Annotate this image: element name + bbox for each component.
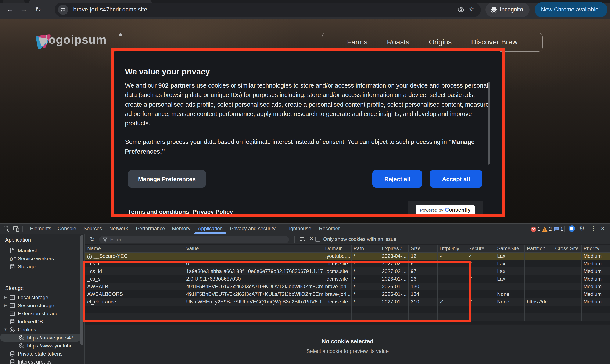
table-cell [495, 313, 524, 321]
devtools-close-icon[interactable]: ✕ [599, 225, 606, 232]
device-toolbar-icon[interactable] [13, 226, 19, 232]
table-cell: Medium [581, 283, 610, 290]
settings-gear-icon[interactable]: ⚙ [579, 225, 586, 232]
sidebar-item-cookie-origin-youtube[interactable]: https://www.youtube.... [0, 342, 85, 350]
cookie-preview-pane: No cookie selected Select a cookie to pr… [85, 325, 610, 364]
cookie-icon [9, 326, 15, 332]
back-button[interactable]: ← [5, 5, 15, 15]
table-cell [553, 306, 581, 313]
sidebar-item-manifest[interactable]: Manifest [0, 246, 85, 254]
table-cell [524, 306, 553, 313]
sidebar-item-service-workers[interactable]: ⚙⚙ Service workers [0, 254, 85, 262]
ai-assistant-icon[interactable] [569, 225, 575, 232]
col-name[interactable]: Name [85, 245, 184, 252]
sidebar-item-cookie-origin-brave-jori[interactable]: https://brave-jori-s47... [0, 334, 81, 342]
col-path[interactable]: Path [351, 245, 380, 252]
nav-item-origins[interactable]: Origins [429, 38, 452, 46]
screen: ← → ↻ brave-jori-s47hcrlt.dcms.site ☆ [0, 0, 610, 364]
sidebar-item-indexeddb[interactable]: IndexedDB [0, 317, 85, 325]
eye-off-icon[interactable] [457, 6, 465, 13]
table-cell: Lax [495, 268, 524, 275]
tab-application[interactable]: Application [197, 224, 223, 234]
database-icon [9, 359, 15, 364]
site-settings-icon[interactable] [58, 5, 68, 15]
col-size[interactable]: Size [408, 245, 437, 252]
filter-field[interactable] [99, 235, 289, 243]
table-cell: Medium [581, 268, 610, 275]
sidebar-item-interest-groups[interactable]: Interest groups [0, 358, 85, 364]
warning-badge[interactable]: 2 [542, 226, 552, 232]
tab-recorder[interactable]: Recorder [318, 224, 341, 234]
inspect-element-icon[interactable] [3, 226, 10, 232]
application-sidebar: Application Manifest ⚙⚙ Service workers … [0, 234, 85, 364]
forward-button[interactable]: → [19, 5, 29, 15]
sidebar-item-local-storage[interactable]: ▶ Local storage [0, 293, 85, 301]
table-header-row: Name Value Domain Path Expires / ... Siz… [85, 245, 610, 252]
sidebar-item-storage[interactable]: Storage [0, 262, 85, 271]
cookie-icon [19, 343, 25, 349]
table-cell [524, 252, 553, 260]
tab-privacy-security[interactable]: Privacy and security [229, 224, 276, 234]
filter-input[interactable] [110, 236, 280, 243]
col-value[interactable]: Value [184, 245, 323, 252]
col-httponly[interactable]: HttpOnly [437, 245, 466, 252]
nav-item-roasts[interactable]: Roasts [387, 38, 409, 46]
warning-icon [542, 226, 548, 232]
table-cell [553, 275, 581, 283]
active-tab[interactable] [29, 0, 152, 2]
sidebar-item-private-state-tokens[interactable]: Private state tokens [0, 350, 85, 358]
info-icon: i [87, 255, 92, 259]
col-partition[interactable]: Partition ... [524, 245, 553, 252]
table-cell: Lax [495, 275, 524, 283]
table-cell [553, 283, 581, 290]
error-badge[interactable]: 1 [531, 226, 540, 232]
tab-elements[interactable]: Elements [29, 224, 52, 234]
col-samesite[interactable]: SameSite [495, 245, 524, 252]
cookies-toolbar: ↻ ✕ Only show cookies with an issue [85, 234, 610, 244]
browser-toolbar: ← → ↻ brave-jori-s47hcrlt.dcms.site ☆ [0, 0, 610, 19]
database-icon [9, 263, 15, 269]
logoipsum-wordmark[interactable]: logoipsum [45, 33, 107, 47]
sidebar-item-extension-storage[interactable]: Extension storage [0, 309, 85, 317]
nav-item-farms[interactable]: Farms [347, 38, 367, 46]
table-cell: i__Secure-YEC [85, 252, 184, 260]
devtools-menu-icon[interactable]: ⋮ [590, 225, 597, 232]
table-cell: ✓ [437, 252, 466, 260]
chrome-menu-icon[interactable]: ⋮ [597, 6, 603, 13]
col-secure[interactable]: Secure [466, 245, 495, 252]
refresh-icon[interactable]: ↻ [89, 236, 96, 243]
sidebar-item-session-storage[interactable]: ▶ Session storage [0, 301, 85, 309]
tab-console[interactable]: Console [57, 224, 77, 234]
tab-memory[interactable]: Memory [171, 224, 191, 234]
col-priority[interactable]: Priority [581, 245, 610, 252]
address-bar[interactable]: brave-jori-s47hcrlt.dcms.site ☆ [55, 2, 481, 17]
col-domain[interactable]: Domain [323, 245, 351, 252]
col-cross-site[interactable]: Cross Site [553, 245, 581, 252]
table-cell: https://dc... [524, 298, 553, 306]
error-icon [531, 226, 536, 232]
nav-item-discover-brew[interactable]: Discover Brew [471, 38, 517, 46]
tab-nub [2, 0, 25, 2]
annotation-rectangle-dialog [110, 48, 505, 217]
tab-performance[interactable]: Performance [135, 224, 166, 234]
new-chrome-button[interactable]: New Chrome available ⋮ [535, 2, 608, 17]
col-expires[interactable]: Expires / ... [380, 245, 408, 252]
table-cell [524, 268, 553, 275]
tab-lighthouse[interactable]: Lighthouse [285, 224, 312, 234]
reload-button[interactable]: ↻ [33, 5, 43, 15]
incognito-badge: Incognito [486, 2, 529, 17]
preview-subtitle: Select a cookie to preview its value [85, 348, 610, 354]
url-text[interactable]: brave-jori-s47hcrlt.dcms.site [73, 6, 147, 13]
sidebar-item-cookies[interactable]: ▼ Cookies [0, 325, 85, 334]
table-row[interactable]: i__Secure-YEC.youtube..../2023-04-...12✓… [85, 252, 610, 260]
tab-network[interactable]: Network [108, 224, 129, 234]
issue-filter-checkbox[interactable] [315, 237, 320, 242]
table-cell: Lax [495, 260, 524, 268]
tab-sources[interactable]: Sources [83, 224, 103, 234]
clear-icon[interactable]: ✕ [308, 235, 315, 242]
issues-badge[interactable]: 1 [553, 226, 563, 232]
sidebar-section-storage: Storage [5, 285, 24, 291]
clear-filter-icon[interactable] [299, 236, 306, 243]
table-cell: Medium [581, 252, 610, 260]
bookmark-star-icon[interactable]: ☆ [469, 5, 476, 13]
